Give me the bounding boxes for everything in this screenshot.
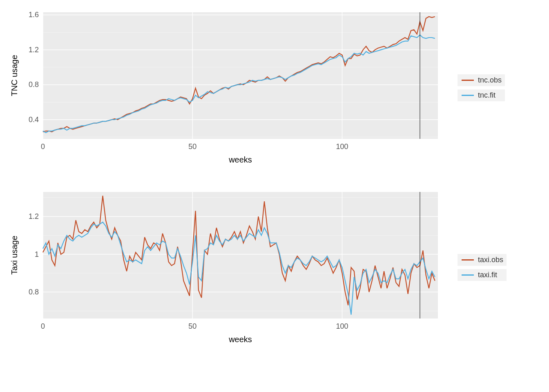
x-tick: 50 [188,143,196,151]
y-axis-label: TNC usage [10,55,19,96]
legend-label: tnc.obs [478,76,502,85]
chart-panel-0: 0.40.81.21.6050100weeksTNC usage [8,8,441,167]
y-tick: 0.8 [29,80,39,89]
legend-0: tnc.obs tnc.fit [458,71,505,105]
x-tick: 50 [188,322,196,330]
y-tick: 1.6 [29,11,39,19]
legend-item: tnc.obs [458,74,505,86]
y-axis-label: Taxi usage [10,236,19,275]
legend-swatch [462,274,474,276]
x-tick: 100 [336,143,348,151]
x-tick: 0 [41,143,45,151]
legend-item: tnc.fit [458,89,505,101]
legend-swatch [462,80,474,81]
chart-panel-1: 0.811.2050100weeksTaxi usage [8,188,441,347]
legend-label: taxi.fit [478,271,497,279]
legend-label: tnc.fit [478,91,495,100]
legend-item: taxi.obs [458,254,507,266]
y-tick: 1.2 [29,212,39,220]
x-axis-label: weeks [228,335,252,344]
legend-item: taxi.fit [458,269,507,281]
chart-row-1: 0.811.2050100weeksTaxi usage taxi.obs ta… [8,188,541,347]
x-axis-label: weeks [228,155,252,164]
chart-row-0: 0.40.81.21.6050100weeksTNC usage tnc.obs… [8,8,541,167]
y-tick: 1.2 [29,46,39,54]
y-tick: 0.4 [29,116,39,124]
y-tick: 0.8 [29,288,39,296]
svg-rect-12 [43,192,438,318]
x-tick: 0 [41,322,45,330]
legend-swatch [462,95,474,96]
x-tick: 100 [336,322,348,330]
legend-swatch [462,259,474,261]
legend-1: taxi.obs taxi.fit [458,251,507,284]
legend-label: taxi.obs [478,256,503,264]
y-tick: 1 [35,250,39,258]
